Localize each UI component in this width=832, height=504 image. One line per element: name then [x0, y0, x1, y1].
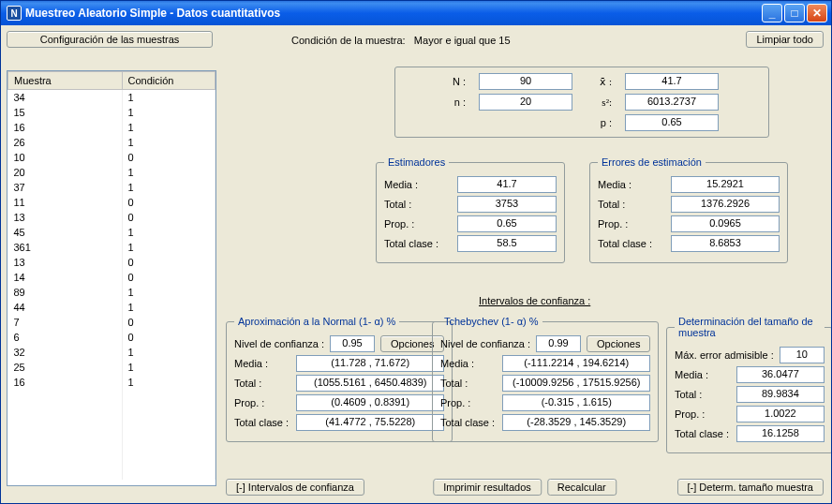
- cell-condicion[interactable]: 0: [122, 270, 215, 285]
- cell-muestra[interactable]: 89: [8, 285, 123, 300]
- print-button[interactable]: Imprimir resultados: [433, 479, 542, 496]
- cell-muestra[interactable]: [8, 420, 123, 435]
- toggle-size-button[interactable]: [-] Determ. tamaño muestra: [677, 479, 825, 496]
- normal-conf-field[interactable]: 0.95: [330, 335, 375, 352]
- table-row[interactable]: 341: [8, 90, 215, 105]
- s2-field[interactable]: 6013.2737: [625, 94, 719, 111]
- titlebar[interactable]: N Muestreo Aleatorio Simple - Datos cuan…: [1, 1, 831, 25]
- cell-condicion[interactable]: 1: [122, 300, 215, 315]
- cell-muestra[interactable]: 26: [8, 135, 123, 150]
- cell-muestra[interactable]: 20: [8, 165, 123, 180]
- table-row[interactable]: [8, 420, 215, 435]
- cell-muestra[interactable]: 25: [8, 360, 123, 375]
- table-row[interactable]: 130: [8, 255, 215, 270]
- cell-muestra[interactable]: [8, 435, 123, 450]
- cell-muestra[interactable]: 14: [8, 270, 123, 285]
- col-muestra[interactable]: Muestra: [8, 72, 123, 90]
- table-row[interactable]: 891: [8, 285, 215, 300]
- normal-total-field[interactable]: (1055.5161 , 6450.4839): [296, 375, 444, 392]
- cell-condicion[interactable]: 1: [122, 360, 215, 375]
- table-row[interactable]: 70: [8, 315, 215, 330]
- err-total-field[interactable]: 1376.2926: [671, 196, 780, 213]
- cell-condicion[interactable]: [122, 420, 215, 435]
- err-prop-field[interactable]: 0.0965: [671, 215, 780, 232]
- cell-muestra[interactable]: 34: [8, 90, 123, 105]
- cell-condicion[interactable]: 1: [122, 135, 215, 150]
- cell-muestra[interactable]: 6: [8, 330, 123, 345]
- cell-condicion[interactable]: 0: [122, 210, 215, 225]
- cell-condicion[interactable]: 1: [122, 90, 215, 105]
- table-row[interactable]: 140: [8, 270, 215, 285]
- cell-muestra[interactable]: 16: [8, 375, 123, 390]
- cell-muestra[interactable]: 13: [8, 210, 123, 225]
- cell-muestra[interactable]: 11: [8, 195, 123, 210]
- table-row[interactable]: [8, 465, 215, 480]
- err-totalc-field[interactable]: 8.6853: [671, 235, 780, 252]
- cell-condicion[interactable]: 1: [122, 180, 215, 195]
- table-row[interactable]: 201: [8, 165, 215, 180]
- toggle-intervals-button[interactable]: [-] Intervalos de confianza: [226, 479, 364, 496]
- table-row[interactable]: 161: [8, 375, 215, 390]
- table-row[interactable]: 441: [8, 300, 215, 315]
- tcheby-options-button[interactable]: Opciones: [587, 335, 650, 352]
- table-row[interactable]: 451: [8, 225, 215, 240]
- size-media-field[interactable]: 36.0477: [736, 366, 825, 383]
- minimize-button[interactable]: _: [762, 4, 782, 22]
- normal-media-field[interactable]: (11.728 , 71.672): [296, 355, 444, 372]
- table-row[interactable]: [8, 390, 215, 405]
- close-button[interactable]: ✕: [807, 4, 827, 22]
- cell-muestra[interactable]: 37: [8, 180, 123, 195]
- table-row[interactable]: 251: [8, 360, 215, 375]
- est-prop-field[interactable]: 0.65: [457, 215, 557, 232]
- n-field[interactable]: 20: [479, 94, 572, 111]
- normal-totalc-field[interactable]: (41.4772 , 75.5228): [296, 414, 444, 431]
- config-button[interactable]: Configuración de las muestras: [7, 31, 213, 48]
- size-prop-field[interactable]: 1.0022: [736, 406, 825, 422]
- table-row[interactable]: 161: [8, 120, 215, 135]
- table-row[interactable]: [8, 450, 215, 465]
- cell-condicion[interactable]: 1: [122, 240, 215, 255]
- cell-muestra[interactable]: 7: [8, 315, 123, 330]
- table-row[interactable]: 110: [8, 195, 215, 210]
- cell-muestra[interactable]: 13: [8, 255, 123, 270]
- cell-condicion[interactable]: 0: [122, 150, 215, 165]
- est-media-field[interactable]: 41.7: [457, 176, 557, 193]
- table-row[interactable]: 100: [8, 150, 215, 165]
- clear-all-button[interactable]: Limpiar todo: [746, 31, 824, 48]
- cell-muestra[interactable]: 45: [8, 225, 123, 240]
- table-row[interactable]: 130: [8, 210, 215, 225]
- cell-condicion[interactable]: 1: [122, 120, 215, 135]
- col-condicion[interactable]: Condición: [122, 72, 215, 90]
- tcheby-total-field[interactable]: (-10009.9256 , 17515.9256): [502, 375, 650, 392]
- tcheby-totalc-field[interactable]: (-28.3529 , 145.3529): [502, 414, 650, 431]
- cell-condicion[interactable]: 0: [122, 195, 215, 210]
- cell-condicion[interactable]: 1: [122, 345, 215, 360]
- cell-muestra[interactable]: [8, 405, 123, 420]
- cell-condicion[interactable]: 0: [122, 255, 215, 270]
- cell-condicion[interactable]: 0: [122, 315, 215, 330]
- table-row[interactable]: 151: [8, 105, 215, 120]
- cell-condicion[interactable]: [122, 435, 215, 450]
- table-row[interactable]: [8, 405, 215, 420]
- est-total-field[interactable]: 3753: [457, 196, 557, 213]
- table-row[interactable]: 321: [8, 345, 215, 360]
- cell-condicion[interactable]: 1: [122, 165, 215, 180]
- cell-condicion[interactable]: [122, 450, 215, 465]
- tcheby-conf-field[interactable]: 0.99: [536, 335, 581, 352]
- est-totalc-field[interactable]: 58.5: [457, 235, 557, 252]
- cell-muestra[interactable]: 32: [8, 345, 123, 360]
- sample-table[interactable]: Muestra Condición 3411511612611002013711…: [7, 70, 216, 486]
- table-row[interactable]: 3611: [8, 240, 215, 255]
- cell-condicion[interactable]: [122, 390, 215, 405]
- tcheby-media-field[interactable]: (-111.2214 , 194.6214): [502, 355, 650, 372]
- cell-muestra[interactable]: [8, 390, 123, 405]
- cell-condicion[interactable]: [122, 465, 215, 480]
- cell-condicion[interactable]: 0: [122, 330, 215, 345]
- err-media-field[interactable]: 15.2921: [671, 176, 780, 193]
- table-row[interactable]: 371: [8, 180, 215, 195]
- cell-muestra[interactable]: 10: [8, 150, 123, 165]
- cell-muestra[interactable]: 15: [8, 105, 123, 120]
- cell-muestra[interactable]: 44: [8, 300, 123, 315]
- cell-condicion[interactable]: [122, 405, 215, 420]
- cell-condicion[interactable]: 1: [122, 285, 215, 300]
